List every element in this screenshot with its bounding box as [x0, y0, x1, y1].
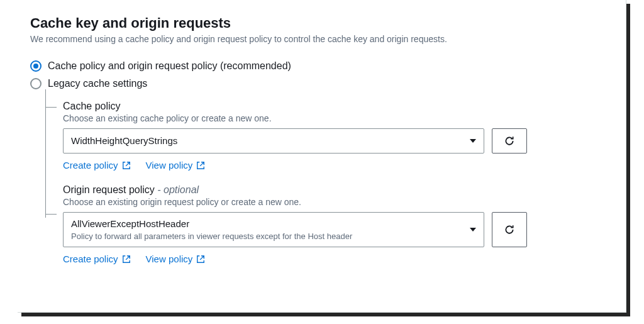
external-link-icon: [122, 161, 131, 170]
origin-request-policy-selected-value: AllViewerExceptHostHeader: [71, 218, 461, 230]
policy-mode-radio-group: Cache policy and origin request policy (…: [30, 60, 613, 89]
radio-selected-icon: [30, 60, 42, 72]
cache-policy-hint: Choose an existing cache policy or creat…: [63, 113, 613, 123]
radio-label: Legacy cache settings: [48, 78, 147, 89]
refresh-icon: [504, 224, 515, 235]
cache-policy-label: Cache policy: [63, 101, 613, 112]
cache-policy-field: Cache policy Choose an existing cache po…: [63, 101, 613, 170]
radio-legacy-cache[interactable]: Legacy cache settings: [30, 78, 613, 89]
section-description: We recommend using a cache policy and or…: [30, 34, 613, 44]
origin-request-policy-selected-desc: Policy to forward all parameters in view…: [71, 232, 461, 242]
origin-request-policy-select[interactable]: AllViewerExceptHostHeader Policy to forw…: [63, 212, 484, 247]
refresh-icon: [504, 135, 515, 147]
origin-request-policy-hint: Choose an existing origin request policy…: [63, 197, 613, 207]
origin-request-policy-label: Origin request policy - optional: [63, 184, 613, 196]
policy-settings-block: Cache policy Choose an existing cache po…: [45, 101, 613, 264]
link-text: View policy: [146, 254, 193, 264]
cache-key-panel: Cache key and origin requests We recomme…: [18, 0, 626, 313]
cache-policy-select[interactable]: WidthHeightQueryStrings: [63, 128, 484, 154]
radio-cache-policy-mode[interactable]: Cache policy and origin request policy (…: [30, 60, 613, 72]
cache-policy-create-link[interactable]: Create policy: [63, 160, 131, 170]
chevron-down-icon: [470, 228, 476, 232]
origin-request-policy-field: Origin request policy - optional Choose …: [63, 184, 613, 264]
external-link-icon: [196, 161, 205, 170]
cache-policy-selected-value: WidthHeightQueryStrings: [71, 135, 461, 147]
radio-unselected-icon: [30, 78, 42, 89]
chevron-down-icon: [470, 139, 476, 143]
external-link-icon: [196, 255, 205, 264]
origin-request-policy-view-link[interactable]: View policy: [146, 254, 206, 264]
cache-policy-view-link[interactable]: View policy: [146, 160, 206, 170]
link-text: View policy: [146, 160, 193, 170]
link-text: Create policy: [63, 160, 118, 170]
cache-policy-refresh-button[interactable]: [492, 128, 527, 154]
section-title: Cache key and origin requests: [30, 15, 613, 31]
radio-label: Cache policy and origin request policy (…: [48, 60, 291, 72]
link-text: Create policy: [63, 254, 118, 264]
origin-request-policy-create-link[interactable]: Create policy: [63, 254, 131, 264]
external-link-icon: [122, 255, 131, 264]
origin-request-policy-refresh-button[interactable]: [492, 212, 527, 247]
